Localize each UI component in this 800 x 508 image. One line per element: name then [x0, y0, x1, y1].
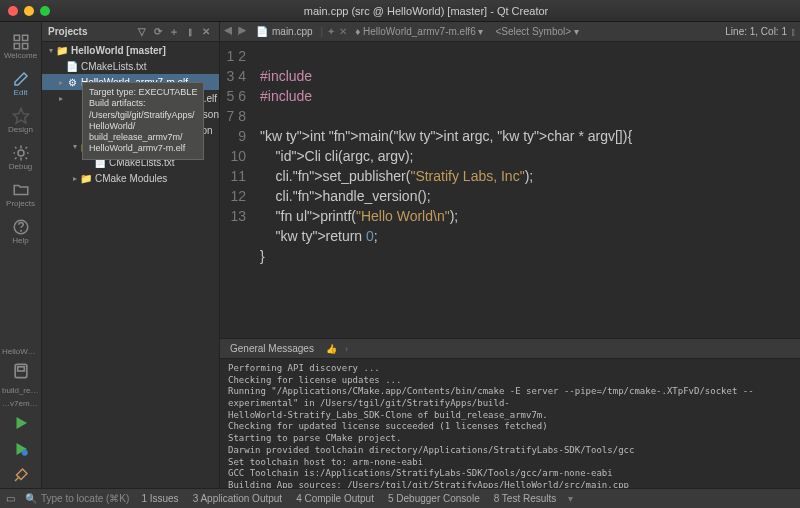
path-combo[interactable]: ♦ HelloWorld_armv7-m.elf6 ▾	[351, 26, 487, 37]
cpp-file-icon: 📄	[256, 26, 268, 37]
chevron-icon[interactable]: ▾	[568, 493, 573, 504]
window-titlebar: main.cpp (src @ HelloWorld) [master] - Q…	[0, 0, 800, 22]
projects-panel: Projects ▽ ⟳ ＋ ⫿ ✕ ▾📁HelloWorld [master]…	[42, 22, 220, 488]
code-editor[interactable]: 1 2 3 4 5 6 7 8 9 10 11 12 13 #include #…	[220, 42, 800, 338]
bookmark-icon[interactable]: ✦	[327, 26, 335, 37]
locator[interactable]: 🔍 Type to locate (⌘K)	[25, 493, 129, 504]
code-content[interactable]: #include #include "kw ty">int "fn">main(…	[256, 42, 800, 338]
build-button[interactable]	[8, 464, 34, 486]
cursor-position: Line: 1, Col: 1	[725, 26, 787, 37]
svg-rect-1	[22, 35, 27, 40]
nav-fwd-icon[interactable]: ⯈	[238, 26, 248, 37]
add-icon[interactable]: ＋	[167, 25, 181, 39]
folder-icon: 📁	[56, 44, 68, 56]
project-tree: ▾📁HelloWorld [master] 📄CMakeLists.txt ▸⚙…	[42, 42, 219, 488]
mode-edit[interactable]: Edit	[0, 65, 42, 102]
search-icon: 🔍	[25, 493, 37, 504]
split-editor-icon[interactable]: ⫿	[791, 26, 796, 37]
filter-icon[interactable]: ▽	[135, 25, 149, 39]
target-kit-selector[interactable]	[8, 360, 34, 382]
mode-design[interactable]: Design	[0, 102, 42, 139]
mode-debug[interactable]: Debug	[0, 139, 42, 176]
editor-tab[interactable]: 📄 main.cpp	[252, 26, 317, 37]
target-kit-label: build_rele…	[0, 384, 41, 397]
target-tooltip: Target type: EXECUTABLE Build artifacts:…	[82, 82, 204, 160]
pane-test-results[interactable]: 8 Test Results	[492, 493, 559, 504]
mode-rail: Welcome Edit Design Debug Projects Help …	[0, 22, 42, 488]
close-window-icon[interactable]	[8, 6, 18, 16]
traffic-lights	[8, 6, 50, 16]
close-tab-icon[interactable]: ✕	[339, 26, 347, 37]
folder-icon: 📁	[80, 172, 92, 184]
editor-tabbar: ⯇ ⯈ 📄 main.cpp | ✦ ✕ ♦ HelloWorld_armv7-…	[220, 22, 800, 42]
tree-folder-cmake-modules[interactable]: ▸📁CMake Modules	[42, 170, 219, 186]
messages-panel: General Messages 👍 › Performing API disc…	[220, 338, 800, 488]
line-gutter: 1 2 3 4 5 6 7 8 9 10 11 12 13	[220, 42, 256, 338]
debug-run-button[interactable]	[8, 438, 34, 460]
mode-projects[interactable]: Projects	[0, 176, 42, 213]
target-variant-label: …v7em_fpu	[0, 397, 41, 410]
nav-back-icon[interactable]: ⯇	[224, 26, 234, 37]
file-icon: 📄	[66, 60, 78, 72]
pane-compile-output[interactable]: 4 Compile Output	[294, 493, 376, 504]
messages-body[interactable]: Performing API discovery ...Checking for…	[220, 359, 800, 488]
svg-point-6	[20, 230, 21, 231]
svg-rect-3	[22, 44, 27, 49]
tree-project-root[interactable]: ▾📁HelloWorld [master]	[42, 42, 219, 58]
run-button[interactable]	[8, 412, 34, 434]
pane-app-output[interactable]: 3 Application Output	[191, 493, 285, 504]
chevron-right-icon[interactable]: ›	[345, 344, 348, 354]
tree-item[interactable]: 📄CMakeLists.txt	[42, 58, 219, 74]
mode-welcome[interactable]: Welcome	[0, 28, 42, 65]
window-title: main.cpp (src @ HelloWorld) [master] - Q…	[60, 5, 792, 17]
panel-toggle-icon[interactable]: ▭	[6, 493, 15, 504]
status-bar: ▭ 🔍 Type to locate (⌘K) 1 Issues 3 Appli…	[0, 488, 800, 508]
mode-help[interactable]: Help	[0, 213, 42, 250]
main-area: ⯇ ⯈ 📄 main.cpp | ✦ ✕ ♦ HelloWorld_armv7-…	[220, 22, 800, 488]
zoom-window-icon[interactable]	[40, 6, 50, 16]
thumbs-up-icon[interactable]: 👍	[326, 344, 337, 354]
target-project-label[interactable]: HelloWorld	[0, 345, 41, 358]
split-icon[interactable]: ⫿	[183, 25, 197, 39]
close-panel-icon[interactable]: ✕	[199, 25, 213, 39]
svg-rect-8	[17, 367, 24, 371]
svg-point-4	[18, 150, 24, 156]
pane-issues[interactable]: 1 Issues	[139, 493, 180, 504]
svg-rect-0	[14, 35, 19, 40]
messages-tabbar: General Messages 👍 ›	[220, 339, 800, 359]
binary-icon: ⚙	[66, 76, 78, 88]
symbol-combo[interactable]: <Select Symbol> ▾	[492, 26, 583, 37]
general-messages-tab[interactable]: General Messages	[226, 343, 318, 354]
sync-icon[interactable]: ⟳	[151, 25, 165, 39]
projects-panel-header: Projects ▽ ⟳ ＋ ⫿ ✕	[42, 22, 219, 42]
minimize-window-icon[interactable]	[24, 6, 34, 16]
pane-debugger-console[interactable]: 5 Debugger Console	[386, 493, 482, 504]
svg-rect-2	[14, 44, 19, 49]
svg-point-9	[21, 450, 27, 456]
